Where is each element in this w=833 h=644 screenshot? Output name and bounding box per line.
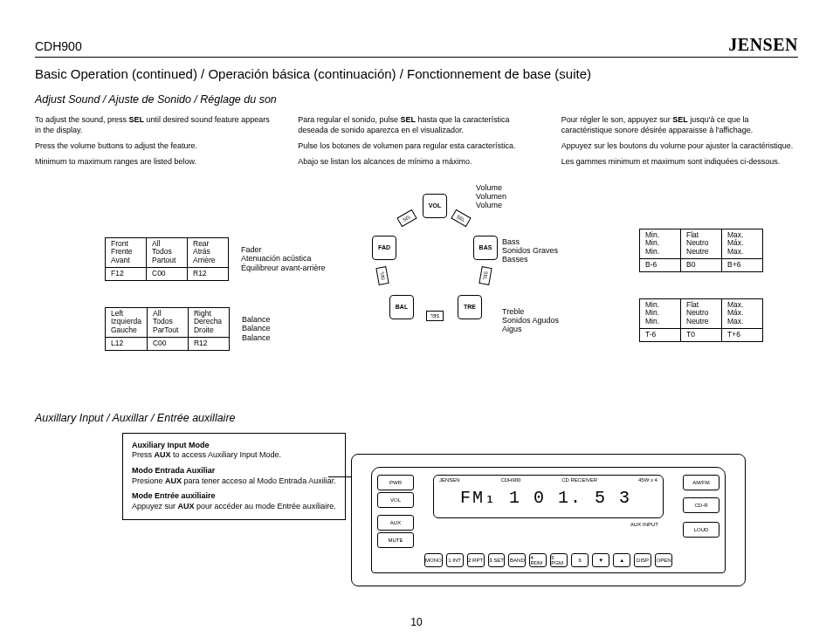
tune-up: ▲	[613, 553, 630, 567]
screen-brand: JENSEN	[439, 477, 460, 483]
section-title: Basic Operation (continued) / Operación …	[35, 66, 798, 81]
adjust-es: Para regular el sonido, pulse SEL hasta …	[298, 114, 534, 173]
preset-3: 3 SET	[488, 553, 506, 567]
sel-arrow-icon: SEL	[451, 209, 471, 226]
preset-buttons: MONO 1 INT 2 RPT 3 SET BAND 4 RDM 5 PGM …	[424, 553, 672, 567]
radio-screen: JENSEN CDH900 CD RECEIVER 45W x 4 FM₁ 1 …	[433, 475, 664, 518]
adjust-sound-heading: Adjust Sound / Ajuste de Sonido / Réglag…	[35, 93, 798, 106]
manual-page: CDH900 JENSEN Basic Operation (continued…	[0, 0, 833, 644]
aux-block: Auxiliary Input ModePress AUX to access …	[35, 433, 798, 607]
screen-readout: FM₁ 1 0 1. 5 3	[460, 486, 631, 508]
adjust-en: To adjust the sound, press SEL until des…	[35, 114, 272, 173]
radio-illustration: JENSEN CDH900 CD RECEIVER 45W x 4 FM₁ 1 …	[351, 454, 746, 586]
page-number: 10	[0, 616, 833, 628]
brand-logo: JENSEN	[728, 35, 798, 55]
model-number: CDH900	[35, 39, 82, 53]
screen-cd: CD RECEIVER	[561, 477, 597, 483]
treble-table: Min.Min.Min. FlatNeutroNeutre Max.Máx.Ma…	[639, 298, 763, 342]
mono-button: MONO	[424, 553, 443, 567]
fader-table: FrontFrenteAvant AllTodosPartout RearAtr…	[105, 237, 229, 281]
vol-button: VOL	[377, 492, 414, 508]
radio-face: JENSEN CDH900 CD RECEIVER 45W x 4 FM₁ 1 …	[371, 467, 726, 573]
treble-label: TrebleSonidos AgudosAigus	[502, 307, 559, 334]
amfm-button: AM/FM	[683, 475, 719, 490]
header-rule	[35, 57, 798, 58]
mute-button: MUTE	[377, 532, 414, 548]
balance-block: LeftIzquierdaGauche AllTodosParTout Righ…	[105, 307, 271, 351]
loud-button: LOUD	[683, 522, 719, 538]
sel-arrow-icon: SEL	[478, 266, 492, 285]
preset-1: 1 INT	[446, 553, 464, 567]
adjust-fr: Pour régler le son, appuyez sur SEL jusq…	[561, 114, 798, 173]
treble-block: Min.Min.Min. FlatNeutroNeutre Max.Máx.Ma…	[639, 298, 763, 342]
preset-5: 5 PGM	[550, 553, 568, 567]
sel-dial: VOL BAS TRE BAL FAD SEL SEL SEL SEL SEL	[367, 197, 502, 332]
fader-label: FaderAtenuación acústicaÉquilibreur avan…	[241, 245, 326, 272]
balance-label: BalanceBalanceBalance	[242, 315, 271, 342]
pwr-button: PWR	[377, 475, 414, 490]
disp-button: DISP	[634, 553, 651, 567]
tune-down: ▼	[592, 553, 609, 567]
aux-button: AUX	[377, 515, 414, 531]
sound-diagram: Volume Volumen Volume FrontFrenteAvant A…	[35, 185, 798, 412]
balance-chip: BAL	[389, 295, 414, 319]
bass-block: Min.Min.Min. FlatNeutroNeutre Max.Máx.Ma…	[639, 229, 763, 272]
aux-input-label: AUX INPUT	[630, 522, 658, 527]
open-button: OPEN	[655, 553, 672, 567]
fader-block: FrontFrenteAvant AllTodosPartout RearAtr…	[105, 237, 326, 281]
preset-6: 6	[571, 553, 589, 567]
adjust-sound-columns: To adjust the sound, press SEL until des…	[35, 114, 798, 173]
treble-chip: TRE	[458, 295, 482, 319]
vol-chip: VOL	[423, 194, 447, 218]
aux-heading: Auxillary Input / Auxillar / Entrée auxi…	[35, 412, 798, 424]
screen-model: CDH900	[500, 477, 520, 483]
screen-watt: 45W x 4	[638, 477, 657, 483]
sel-arrow-icon: SEL	[396, 209, 416, 226]
preset-2: 2 RPT	[467, 553, 485, 567]
sel-arrow-icon: SEL	[375, 266, 389, 285]
band-button: BAND	[508, 553, 526, 567]
bass-table: Min.Min.Min. FlatNeutroNeutre Max.Máx.Ma…	[639, 229, 763, 272]
preset-4: 4 RDM	[529, 553, 547, 567]
sel-arrow-icon: SEL	[426, 311, 444, 321]
aux-callout: Auxiliary Input ModePress AUX to access …	[122, 433, 346, 520]
bass-chip: BAS	[473, 236, 498, 260]
bass-label: BassSonidos GravesBasses	[502, 237, 558, 264]
page-header: CDH900 JENSEN	[35, 35, 798, 55]
balance-table: LeftIzquierdaGauche AllTodosParTout Righ…	[105, 307, 230, 351]
cdr-button: CD-R	[683, 497, 719, 513]
fader-chip: FAD	[372, 236, 396, 260]
